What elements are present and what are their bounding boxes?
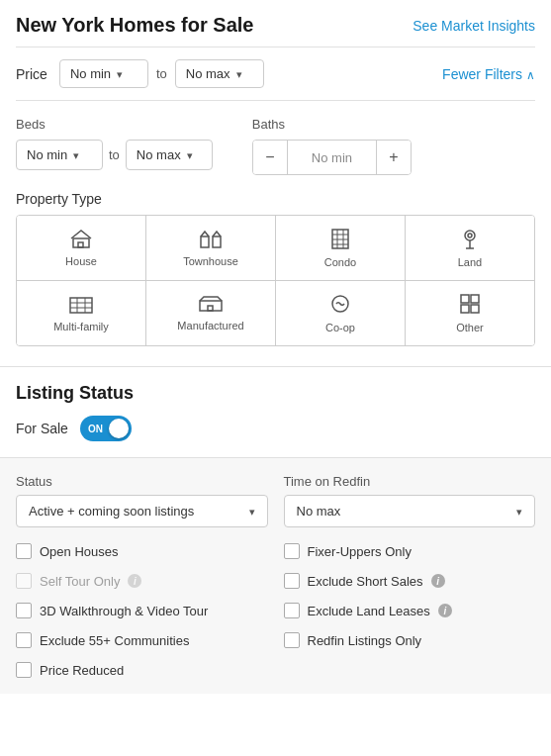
price-min-select[interactable]: No min [59, 59, 148, 88]
chevron-down-icon [73, 147, 79, 162]
time-on-redfin-dropdown[interactable]: No max [284, 495, 536, 527]
open-houses-label: Open Houses [40, 544, 119, 559]
property-type-row-1: House Townhouse [17, 216, 534, 280]
exclude-55-plus-checkbox-box[interactable] [16, 632, 32, 648]
self-tour-info-icon[interactable]: i [128, 574, 141, 588]
exclude-land-leases-label: Exclude Land Leases [308, 604, 430, 618]
beds-baths-section: Beds No min to No max Baths − No min + [0, 101, 551, 175]
checkboxes-right: Fixer-Uppers Only Exclude Short Sales i … [284, 543, 536, 678]
status-section: Status Active + coming soon listings Tim… [0, 457, 551, 694]
status-top-row: Status Active + coming soon listings Tim… [16, 474, 535, 527]
price-row: Price No min to No max Fewer Filters [0, 47, 551, 100]
for-sale-toggle[interactable]: ON [80, 416, 132, 441]
svg-rect-18 [208, 306, 213, 311]
3d-walkthrough-checkbox-box[interactable] [16, 603, 32, 618]
beds-label: Beds [16, 117, 213, 132]
open-houses-checkbox-box[interactable] [16, 543, 32, 559]
svg-rect-22 [461, 305, 469, 313]
fixer-uppers-label: Fixer-Uppers Only [308, 544, 412, 559]
exclude-short-sales-info-icon[interactable]: i [431, 574, 445, 588]
townhouse-label: Townhouse [183, 255, 238, 267]
baths-stepper: − No min + [252, 140, 412, 175]
status-col: Status Active + coming soon listings [16, 474, 268, 527]
redfin-listings-only-label: Redfin Listings Only [308, 633, 422, 648]
land-label: Land [458, 256, 482, 268]
multi-family-icon [69, 294, 93, 317]
other-icon [459, 293, 481, 318]
self-tour-checkbox: Self Tour Only i [16, 573, 268, 589]
property-type-manufactured[interactable]: Manufactured [146, 281, 276, 345]
other-label: Other [456, 322, 484, 333]
exclude-land-leases-info-icon[interactable]: i [438, 604, 452, 617]
price-reduced-label: Price Reduced [40, 663, 124, 678]
fixer-uppers-checkbox[interactable]: Fixer-Uppers Only [284, 543, 536, 559]
svg-rect-20 [461, 295, 469, 303]
baths-decrement-button[interactable]: − [253, 141, 287, 174]
land-icon [460, 228, 480, 252]
property-type-condo[interactable]: Condo [276, 216, 406, 280]
3d-walkthrough-checkbox[interactable]: 3D Walkthrough & Video Tour [16, 603, 268, 618]
time-on-redfin-value: No max [297, 504, 341, 519]
svg-point-11 [468, 234, 472, 237]
listing-status-section: Listing Status For Sale ON [0, 366, 551, 457]
condo-icon [330, 228, 350, 252]
exclude-55-plus-checkbox[interactable]: Exclude 55+ Communities [16, 632, 268, 648]
checkboxes-container: Open Houses Self Tour Only i 3D Walkthro… [16, 543, 535, 678]
property-type-townhouse[interactable]: Townhouse [146, 216, 276, 280]
beds-min-select[interactable]: No min [16, 140, 103, 170]
page-title: New York Homes for Sale [16, 14, 253, 37]
for-sale-label: For Sale [16, 421, 68, 436]
redfin-listings-only-checkbox-box[interactable] [284, 632, 300, 648]
exclude-short-sales-checkbox-box[interactable] [284, 573, 300, 589]
status-value: Active + coming soon listings [29, 504, 194, 519]
property-type-row-2: Multi-family Manufactured [17, 280, 534, 345]
self-tour-label: Self Tour Only [40, 574, 120, 589]
multi-family-label: Multi-family [53, 321, 109, 332]
beds-selects: No min to No max [16, 140, 213, 170]
property-type-multi-family[interactable]: Multi-family [17, 281, 146, 345]
exclude-short-sales-checkbox[interactable]: Exclude Short Sales i [284, 573, 536, 589]
redfin-listings-only-checkbox[interactable]: Redfin Listings Only [284, 632, 536, 648]
co-op-icon [329, 293, 351, 318]
exclude-land-leases-checkbox-box[interactable] [284, 603, 300, 618]
property-type-house[interactable]: House [17, 216, 146, 280]
svg-rect-23 [471, 305, 479, 313]
baths-label: Baths [252, 117, 412, 132]
checkboxes-left: Open Houses Self Tour Only i 3D Walkthro… [16, 543, 268, 678]
price-max-select[interactable]: No max [175, 59, 264, 88]
house-label: House [65, 255, 97, 267]
property-type-other[interactable]: Other [406, 281, 534, 345]
price-reduced-checkbox-box[interactable] [16, 662, 32, 678]
price-reduced-checkbox[interactable]: Price Reduced [16, 662, 268, 678]
svg-rect-1 [78, 242, 83, 247]
co-op-label: Co-op [325, 322, 355, 333]
property-type-section: Property Type House [0, 175, 551, 346]
chevron-down-icon [249, 504, 255, 519]
property-type-label: Property Type [0, 191, 551, 207]
beds-max-select[interactable]: No max [126, 140, 213, 170]
property-type-co-op[interactable]: Co-op [276, 281, 406, 345]
exclude-land-leases-checkbox[interactable]: Exclude Land Leases i [284, 603, 536, 618]
fewer-filters-button[interactable]: Fewer Filters [442, 66, 535, 82]
market-insights-link[interactable]: See Market Insights [413, 18, 535, 34]
baths-increment-button[interactable]: + [377, 141, 411, 174]
status-dropdown[interactable]: Active + coming soon listings [16, 495, 268, 527]
condo-label: Condo [324, 256, 356, 268]
open-houses-checkbox[interactable]: Open Houses [16, 543, 268, 559]
time-on-redfin-label: Time on Redfin [284, 474, 536, 489]
svg-rect-12 [70, 298, 92, 313]
beds-group: Beds No min to No max [16, 117, 213, 175]
listing-status-title: Listing Status [16, 383, 535, 404]
price-to-label: to [156, 66, 167, 81]
property-type-land[interactable]: Land [406, 216, 534, 280]
fixer-uppers-checkbox-box[interactable] [284, 543, 300, 559]
svg-rect-21 [471, 295, 479, 303]
price-label: Price [16, 66, 47, 82]
manufactured-icon [199, 295, 223, 316]
baths-value: No min [287, 141, 377, 174]
time-on-redfin-col: Time on Redfin No max [284, 474, 536, 527]
svg-rect-2 [201, 236, 209, 247]
svg-rect-3 [213, 236, 221, 247]
chevron-down-icon [187, 147, 193, 162]
for-sale-row: For Sale ON [16, 416, 535, 441]
